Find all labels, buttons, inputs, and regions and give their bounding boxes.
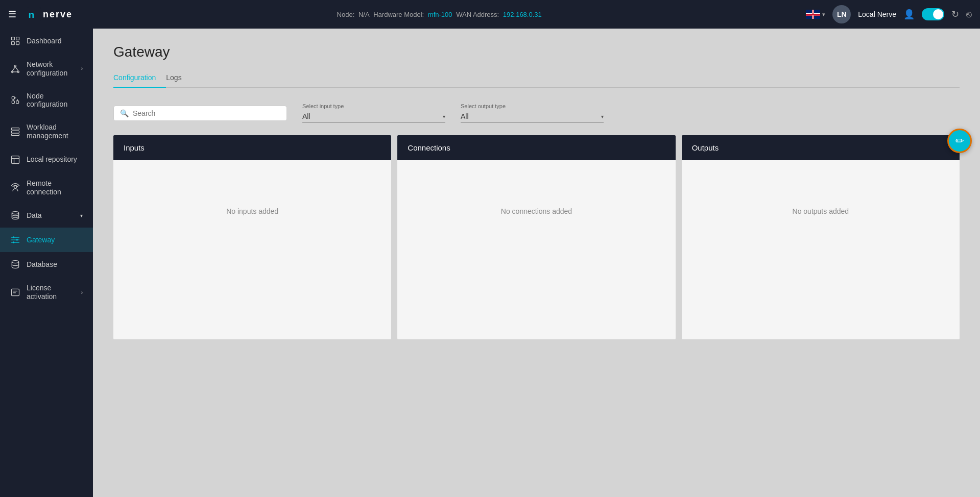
- wan-value: 192.168.0.31: [503, 11, 542, 18]
- sidebar-item-dashboard[interactable]: Dashboard: [0, 29, 93, 53]
- svg-point-25: [12, 212, 18, 214]
- input-type-select[interactable]: All ▾: [302, 110, 445, 123]
- filters-row: 🔍 Select input type All ▾ Select output …: [113, 103, 960, 123]
- svg-rect-12: [12, 97, 14, 100]
- logo-text: nerve: [43, 9, 73, 20]
- node-label: Node:: [337, 11, 355, 18]
- connections-panel: Connections No connections added: [397, 135, 675, 339]
- sidebar-item-workload-management[interactable]: Workloadmanagement: [0, 116, 93, 147]
- inputs-panel: Inputs No inputs added: [113, 135, 391, 339]
- svg-rect-30: [12, 289, 19, 296]
- remote-icon: [10, 183, 20, 193]
- logout-icon[interactable]: ⎋: [966, 9, 972, 20]
- output-type-label: Select output type: [461, 103, 604, 109]
- sidebar-item-label: Data: [27, 211, 42, 220]
- svg-rect-18: [12, 128, 19, 130]
- chevron-right-icon: ›: [81, 66, 83, 71]
- outputs-empty-text: No outputs added: [793, 207, 849, 215]
- svg-rect-14: [12, 101, 14, 104]
- sidebar-item-label: Gateway: [27, 236, 55, 244]
- output-type-select-group: Select output type All ▾: [461, 103, 604, 123]
- output-type-arrow-icon: ▾: [601, 114, 604, 119]
- sidebar-item-label: Database: [27, 260, 57, 269]
- header-right: ▾ LN Local Nerve 👤 ↻ ⎋: [806, 5, 972, 23]
- outputs-panel-body: No outputs added: [682, 160, 960, 262]
- grid-icon: [10, 36, 20, 46]
- input-type-value: All: [302, 112, 439, 120]
- svg-rect-13: [16, 101, 19, 104]
- node-icon: [10, 95, 20, 105]
- connections-panel-body: No connections added: [397, 160, 675, 262]
- logo: n nerve: [27, 7, 73, 21]
- svg-rect-4: [12, 42, 15, 45]
- output-type-select[interactable]: All ▾: [461, 110, 604, 123]
- svg-line-10: [15, 67, 18, 71]
- data-icon: [10, 210, 20, 220]
- sidebar-item-gateway[interactable]: Gateway: [0, 228, 93, 252]
- svg-point-29: [12, 261, 18, 263]
- sidebar-item-node-configuration[interactable]: Nodeconfiguration: [0, 85, 93, 116]
- input-type-arrow-icon: ▾: [443, 114, 445, 119]
- svg-line-9: [12, 67, 15, 71]
- svg-text:n: n: [29, 9, 35, 20]
- wan-label: WAN Address:: [456, 11, 499, 18]
- hardware-value: mfn-100: [428, 11, 452, 18]
- sidebar-item-label: Remoteconnection: [27, 179, 61, 196]
- outputs-panel: Outputs No outputs added: [682, 135, 960, 339]
- sidebar-item-database[interactable]: Database: [0, 252, 93, 277]
- svg-point-26: [13, 237, 14, 238]
- outputs-panel-header: Outputs: [682, 135, 960, 160]
- svg-point-28: [13, 242, 14, 243]
- sidebar-item-network-configuration[interactable]: Networkconfiguration ›: [0, 53, 93, 85]
- header: ☰ n nerve Node: N/A Hardware Model: mfn-…: [0, 0, 980, 29]
- sidebar-item-local-repository[interactable]: Local repository: [0, 147, 93, 172]
- tab-logs[interactable]: Logs: [166, 68, 192, 88]
- sidebar-item-label: Nodeconfiguration: [27, 92, 67, 109]
- svg-rect-21: [12, 156, 19, 163]
- edit-icon: ✏: [955, 135, 964, 147]
- main-layout: Dashboard Networkconfiguration › Nodecon…: [0, 29, 980, 497]
- sidebar-item-license-activation[interactable]: Licenseactivation ›: [0, 277, 93, 308]
- sidebar-item-label: Licenseactivation: [27, 284, 57, 301]
- sidebar-item-remote-connection[interactable]: Remoteconnection: [0, 172, 93, 204]
- search-box[interactable]: 🔍: [113, 106, 287, 121]
- chevron-right-icon: ›: [81, 290, 83, 295]
- gateway-icon: [10, 235, 20, 245]
- panels-row: Inputs No inputs added Connections No co…: [113, 135, 960, 339]
- user-icon[interactable]: 👤: [903, 9, 915, 20]
- sidebar: Dashboard Networkconfiguration › Nodecon…: [0, 29, 93, 497]
- input-type-select-group: Select input type All ▾: [302, 103, 445, 123]
- workload-icon: [10, 127, 20, 137]
- node-info: Node: N/A Hardware Model: mfn-100 WAN Ad…: [79, 11, 800, 18]
- hardware-label: Hardware Model:: [373, 11, 424, 18]
- inputs-panel-body: No inputs added: [113, 160, 391, 262]
- connections-panel-header: Connections: [397, 135, 675, 160]
- sidebar-item-data[interactable]: Data ▾: [0, 203, 93, 228]
- svg-rect-2: [12, 37, 15, 40]
- svg-rect-20: [12, 134, 19, 135]
- edit-fab-button[interactable]: ✏: [947, 129, 972, 153]
- database-icon: [10, 259, 20, 269]
- toggle-switch[interactable]: [922, 8, 944, 20]
- search-input[interactable]: [133, 109, 280, 117]
- menu-icon[interactable]: ☰: [8, 9, 16, 20]
- svg-point-27: [16, 239, 18, 241]
- chevron-down-icon: ▾: [80, 213, 83, 218]
- connections-empty-text: No connections added: [501, 207, 572, 215]
- sidebar-item-label: Networkconfiguration: [27, 60, 67, 78]
- sidebar-item-label: Workloadmanagement: [27, 123, 68, 140]
- repo-icon: [10, 155, 20, 165]
- nerve-logo-icon: n: [27, 7, 41, 21]
- svg-rect-5: [16, 42, 19, 45]
- inputs-panel-header: Inputs: [113, 135, 391, 160]
- svg-rect-19: [12, 131, 19, 133]
- tabs-bar: Configuration Logs: [113, 68, 960, 88]
- search-icon: 🔍: [120, 109, 129, 117]
- language-selector[interactable]: ▾: [806, 10, 825, 19]
- refresh-icon[interactable]: ↻: [951, 9, 959, 20]
- username-label: Local Nerve: [858, 10, 896, 18]
- tab-configuration[interactable]: Configuration: [113, 68, 166, 88]
- inputs-empty-text: No inputs added: [226, 207, 278, 215]
- content-area: Gateway Configuration Logs 🔍 Select inpu…: [93, 29, 980, 497]
- page-title: Gateway: [113, 44, 960, 60]
